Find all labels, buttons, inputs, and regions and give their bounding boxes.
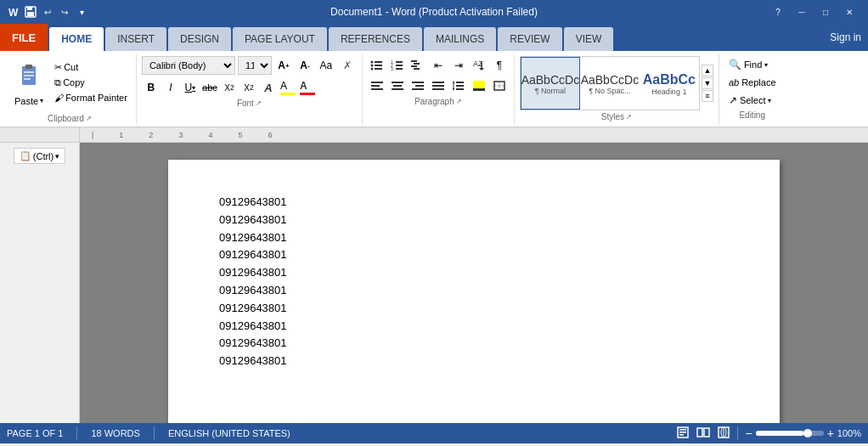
align-right-button[interactable] (409, 76, 427, 95)
align-left-button[interactable] (368, 76, 386, 95)
svg-rect-43 (456, 88, 464, 90)
format-painter-button[interactable]: 🖌 Format Painter (51, 91, 131, 104)
tab-insert[interactable]: INSERT (105, 27, 166, 51)
help-btn[interactable]: ? (766, 0, 790, 24)
font-color-button[interactable]: A (298, 78, 317, 97)
editing-label: Editing (739, 110, 765, 120)
style-nospace-item[interactable]: AaBbCcDc ¶ No Spac... (580, 57, 640, 110)
sign-in-link[interactable]: Sign in (830, 24, 861, 51)
zoom-level: 100% (837, 428, 861, 438)
doc-line-6[interactable]: 09129643801 (219, 282, 729, 300)
doc-line-2[interactable]: 09129643801 (219, 212, 729, 229)
decrease-font-btn[interactable]: A- (296, 56, 314, 75)
paste-dropdown-arrow[interactable]: ▾ (40, 97, 43, 104)
doc-line-8[interactable]: 09129643801 (219, 318, 729, 336)
cut-button[interactable]: ✂ Cut (51, 60, 131, 75)
justify-button[interactable] (429, 76, 448, 95)
replace-button[interactable]: ab Replace (724, 75, 781, 90)
font-name-select[interactable]: Calibri (Body) (142, 56, 235, 75)
doc-line-10[interactable]: 09129643801 (219, 353, 729, 370)
select-dropdown[interactable]: ▾ (768, 97, 771, 104)
change-case-btn[interactable]: Aa (317, 56, 335, 75)
shading-button[interactable] (470, 76, 488, 95)
undo-quick-icon[interactable]: ↩ (41, 5, 54, 19)
select-button[interactable]: ↗ Select ▾ (724, 92, 781, 109)
doc-line-1[interactable]: 09129643801 (219, 194, 729, 212)
paste-hint[interactable]: 📋 (Ctrl) ▾ (14, 148, 65, 164)
tab-home[interactable]: HOME (49, 27, 104, 51)
svg-rect-53 (679, 429, 686, 431)
svg-rect-29 (371, 82, 383, 83)
styles-expand-icon[interactable]: ↗ (626, 113, 632, 121)
style-nospace-preview: AaBbCcDc (581, 73, 639, 87)
italic-button[interactable]: I (161, 78, 180, 97)
doc-line-7[interactable]: 09129643801 (219, 300, 729, 318)
tab-mailings[interactable]: MAILINGS (424, 27, 496, 51)
doc-line-9[interactable]: 09129643801 (219, 335, 729, 353)
increase-font-btn[interactable]: A+ (274, 56, 293, 75)
tab-view[interactable]: VIEW (564, 27, 614, 51)
zoom-out-btn[interactable]: − (745, 426, 752, 440)
gallery-more-btn[interactable]: ≡ (702, 90, 713, 102)
editing-buttons: 🔍 Find ▾ ab Replace ↗ Select ▾ (724, 56, 781, 109)
superscript-button[interactable]: X2 (240, 78, 258, 97)
sort-button[interactable]: AZ (470, 56, 488, 75)
svg-marker-45 (453, 81, 454, 83)
bullets-button[interactable] (368, 56, 386, 75)
document-area: 09129643801 09129643801 09129643801 0912… (80, 143, 868, 423)
text-highlight-button[interactable]: A (279, 78, 297, 97)
clipboard-small-buttons: ✂ Cut ⧉ Copy 🖌 Format Painter (51, 60, 131, 109)
clear-format-btn[interactable]: ✗ (338, 56, 357, 75)
clipboard-expand-icon[interactable]: ↗ (86, 115, 92, 122)
show-paragraph-button[interactable]: ¶ (490, 56, 509, 75)
paste-label: Paste (14, 96, 38, 106)
gallery-down-btn[interactable]: ▼ (702, 77, 713, 89)
doc-line-3[interactable]: 09129643801 (219, 229, 729, 247)
increase-indent-button[interactable]: ⇥ (449, 56, 468, 75)
zoom-thumb[interactable] (803, 429, 812, 438)
style-heading1-item[interactable]: AaBbCc Heading 1 (640, 57, 699, 110)
read-view-icon[interactable] (696, 426, 710, 441)
tab-references[interactable]: REFERENCES (329, 27, 422, 51)
close-btn[interactable]: ✕ (837, 0, 861, 24)
minimize-btn[interactable]: ─ (790, 0, 814, 24)
tab-pagelayout[interactable]: PAGE LAYOUT (233, 27, 327, 51)
web-view-icon[interactable] (717, 426, 730, 441)
numbering-button[interactable]: 1.2.3. (388, 56, 407, 75)
underline-button[interactable]: U▾ (181, 78, 200, 97)
tab-design[interactable]: DESIGN (168, 27, 231, 51)
save-quick-icon[interactable] (24, 5, 37, 19)
align-center-button[interactable] (388, 76, 407, 95)
restore-btn[interactable]: □ (814, 0, 837, 24)
copy-button[interactable]: ⧉ Copy (51, 76, 131, 90)
text-effects-button[interactable]: A (259, 78, 278, 97)
customize-quick-icon[interactable]: ▾ (75, 5, 88, 19)
doc-line-4[interactable]: 09129643801 (219, 246, 729, 264)
line-spacing-button[interactable] (449, 76, 468, 95)
svg-rect-9 (24, 78, 31, 80)
doc-view-icon[interactable] (676, 426, 690, 441)
strikethrough-button[interactable]: abc (200, 78, 219, 97)
gallery-up-btn[interactable]: ▲ (702, 65, 713, 76)
font-size-select[interactable]: 11 (238, 56, 272, 75)
doc-line-5[interactable]: 09129643801 (219, 264, 729, 282)
zoom-bar[interactable] (756, 431, 824, 436)
borders-button[interactable] (490, 76, 509, 95)
tab-review[interactable]: REVIEW (498, 27, 561, 51)
decrease-indent-button[interactable]: ⇤ (429, 56, 448, 75)
paragraph-expand-icon[interactable]: ↗ (456, 98, 462, 105)
paste-hint-arrow[interactable]: ▾ (55, 152, 59, 161)
font-expand-icon[interactable]: ↗ (256, 99, 262, 107)
redo-quick-icon[interactable]: ↪ (58, 5, 71, 19)
subscript-button[interactable]: X2 (220, 78, 239, 97)
find-dropdown[interactable]: ▾ (764, 61, 768, 69)
tab-file[interactable]: FILE (0, 24, 48, 51)
multilevel-list-button[interactable] (409, 56, 427, 75)
bold-button[interactable]: B (142, 78, 161, 97)
zoom-in-btn[interactable]: + (827, 426, 834, 440)
style-normal-item[interactable]: AaBbCcDc ¶ Normal (521, 57, 580, 110)
document-page[interactable]: 09129643801 09129643801 09129643801 0912… (168, 160, 780, 423)
styles-group: AaBbCcDc ¶ Normal AaBbCcDc ¶ No Spac... … (515, 54, 719, 125)
find-button[interactable]: 🔍 Find ▾ (724, 56, 781, 73)
paste-button[interactable]: Paste ▾ (8, 60, 49, 109)
